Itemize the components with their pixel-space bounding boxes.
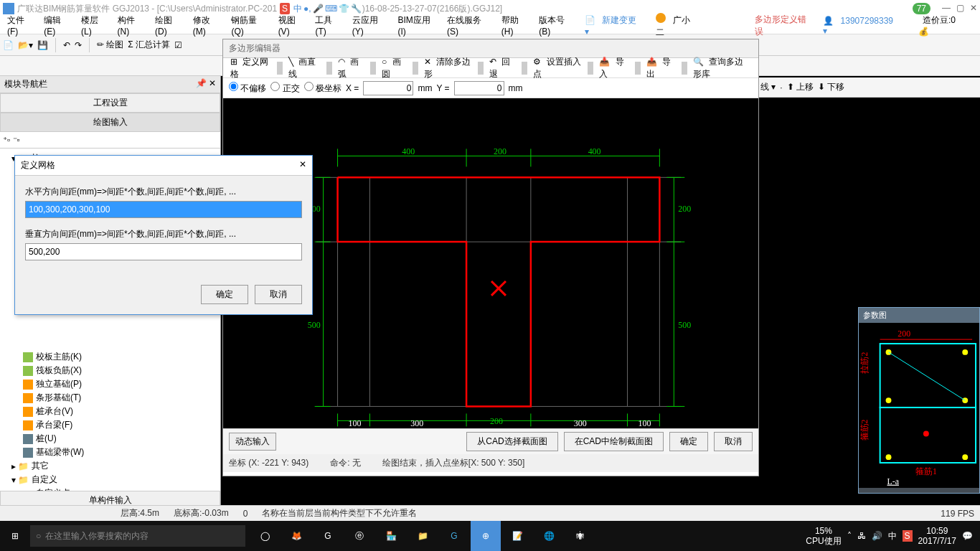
tree-item[interactable]: 承台梁(F) (1, 418, 219, 432)
draw-line-button[interactable]: ╲ 画直线 (286, 55, 324, 82)
tree-item[interactable]: 桩(U) (1, 432, 219, 446)
tree-item[interactable]: 筏板负筋(X) (1, 364, 219, 377)
close-pane-icon[interactable]: ✕ (209, 78, 216, 88)
menu-member[interactable]: 构件(N) (113, 13, 151, 38)
draw-arc-button[interactable]: ◠ 画弧 (335, 55, 367, 82)
task-icon[interactable]: ⓔ (344, 521, 374, 551)
tree-item[interactable]: 基础梁带(W) (1, 446, 219, 459)
dialog-close-icon[interactable]: ✕ (299, 159, 306, 171)
start-button[interactable]: ⊞ (0, 521, 30, 551)
floor-height: 层高:4.5m (121, 507, 159, 519)
tree-item[interactable]: 独立基础(P) (1, 377, 219, 391)
menu-modify[interactable]: 修改(M) (189, 13, 227, 38)
draw-button[interactable]: ✏ 绘图 (97, 39, 123, 51)
task-icon[interactable]: 📝 (502, 521, 532, 551)
menu-edit[interactable]: 编辑(E) (39, 13, 77, 38)
search-box[interactable]: ○ 在这里输入你要搜索的内容 (30, 525, 245, 547)
menu-online[interactable]: 在线服务(S) (443, 13, 497, 38)
notification-icon[interactable]: 💬 (962, 531, 973, 541)
task-icon[interactable]: 🕷 (565, 521, 595, 551)
clear-poly-button[interactable]: ✕ 清除多边形 (421, 55, 475, 82)
back-button[interactable]: ↶ 回退 (486, 55, 519, 82)
sum-button[interactable]: Σ 汇总计算 (128, 39, 170, 51)
menu-bim[interactable]: BIM应用(I) (393, 13, 442, 38)
tree-item[interactable]: 桩承台(V) (1, 405, 219, 418)
expand-icon[interactable]: ⁺▫ (3, 135, 10, 145)
task-icon[interactable]: G (313, 521, 343, 551)
tree-item[interactable]: 条形基础(T) (1, 391, 219, 405)
tab-project-settings[interactable]: 工程设置 (0, 93, 220, 113)
new-change[interactable]: 📄 新建变更 ▾ (580, 13, 651, 38)
task-icon[interactable]: 📁 (407, 521, 438, 551)
save-icon[interactable]: 💾 (37, 40, 48, 50)
menu-floor[interactable]: 楼层(L) (77, 13, 113, 38)
task-icon[interactable]: 🌐 (534, 521, 564, 551)
dou-label[interactable]: 造价豆:0 💰 (914, 13, 977, 38)
menu-version[interactable]: 版本号(B) (534, 13, 580, 38)
user-label[interactable]: 广小二 (651, 11, 707, 40)
menu-tool[interactable]: 工具(T) (311, 13, 347, 38)
poly-cancel-button[interactable]: 取消 (714, 432, 753, 451)
system-tray[interactable]: 15%CPU使用 ˄ 🖧 🔊 中 S 10:592017/7/17 💬 (798, 526, 980, 547)
import-button[interactable]: 📥 导入 (596, 55, 631, 82)
down-btn[interactable]: ⬇ 下移 (818, 81, 844, 93)
menu-help[interactable]: 帮助(H) (497, 13, 535, 38)
svg-text:拉筋2: 拉筋2 (859, 352, 870, 374)
export-button[interactable]: 📤 导出 (644, 55, 679, 82)
menu-cloud[interactable]: 云应用(Y) (348, 13, 394, 38)
group-other[interactable]: ▸ 📁 其它 (1, 459, 219, 473)
x-label: X = (346, 83, 359, 93)
query-lib-button[interactable]: 🔍 查询多边形库 (690, 55, 754, 82)
up-btn[interactable]: ⬆ 上移 (787, 81, 814, 93)
status-draw: 绘图结束，插入点坐标[X: 500 Y: 350] (382, 457, 525, 469)
tray-up-icon[interactable]: ˄ (847, 531, 852, 541)
check-icon[interactable]: ☑ (174, 40, 182, 50)
h-spacing-label: 水平方向间距(mm)=>间距*个数,间距,间距*个数,间距, ... (25, 186, 302, 198)
collapse-icon[interactable]: ⁻▫ (13, 135, 20, 145)
open-icon[interactable]: 📂▾ (18, 40, 33, 50)
dynamic-input-button[interactable]: 动态输入 (229, 433, 276, 451)
insert-point-button[interactable]: ⚙ 设置插入点 (530, 55, 585, 82)
opt-ortho[interactable]: 正交 (270, 82, 299, 95)
tab-draw-input[interactable]: 绘图输入 (0, 113, 220, 132)
y-input[interactable] (454, 81, 504, 95)
poly-ok-button[interactable]: 确定 (669, 432, 708, 451)
clock[interactable]: 10:592017/7/17 (918, 526, 956, 547)
task-icon[interactable]: G (439, 521, 469, 551)
phone-label[interactable]: 👤 13907298339 ▾ (819, 14, 908, 37)
v-spacing-input[interactable] (25, 243, 302, 260)
tray-sogou-icon[interactable]: S (903, 530, 913, 542)
menu-file[interactable]: 文件(F) (3, 13, 39, 38)
pin-icon[interactable]: 📌 (196, 78, 207, 88)
fps-label: 119 FPS (941, 509, 974, 519)
v-spacing-label: 垂直方向间距(mm)=>间距*个数,间距,间距*个数,间距, ... (25, 228, 302, 240)
opt-no-offset[interactable]: 不偏移 (229, 82, 266, 95)
dialog-ok-button[interactable]: 确定 (201, 285, 248, 304)
x-input[interactable] (363, 81, 413, 95)
tree-item[interactable]: 校板主筋(K) (1, 350, 219, 364)
tray-vol-icon[interactable]: 🔊 (872, 531, 882, 541)
task-icon[interactable]: ◯ (250, 521, 280, 551)
task-icon[interactable]: 🦊 (281, 521, 311, 551)
undo-icon[interactable]: ↶ (63, 40, 70, 50)
define-grid-button[interactable]: ⊞ 定义网格 (227, 55, 274, 82)
draw-circle-button[interactable]: ○ 画圆 (379, 55, 410, 82)
line-dd[interactable]: 线 ▾ (760, 81, 776, 93)
dialog-cancel-button[interactable]: 取消 (255, 285, 302, 304)
tray-ime[interactable]: 中 (888, 530, 897, 542)
menu-draw[interactable]: 绘图(D) (151, 13, 189, 38)
poly-status: 坐标 (X: -221 Y: 943) 命令: 无 绘图结束，插入点坐标[X: … (223, 454, 758, 472)
menu-view[interactable]: 视图(V) (274, 13, 311, 38)
redo-icon[interactable]: ↷ (75, 40, 82, 50)
task-icon[interactable]: ⊕ (471, 521, 501, 551)
menu-rebar[interactable]: 钢筋量(Q) (227, 13, 273, 38)
h-spacing-input[interactable] (25, 201, 302, 218)
task-icon[interactable]: 🏪 (376, 521, 406, 551)
new-icon[interactable]: 📄 (3, 40, 14, 50)
group-custom[interactable]: ▾ 📁 自定义 (1, 473, 219, 486)
opt-polar[interactable]: 极坐标 (304, 82, 341, 95)
tray-net-icon[interactable]: 🖧 (857, 531, 866, 541)
parameter-panel[interactable]: 参数图 200 拉筋2 箍筋2 箍筋1 L-a (858, 307, 980, 494)
cad-draw-button[interactable]: 在CAD中绘制截面图 (564, 432, 664, 451)
cad-select-button[interactable]: 从CAD选择截面图 (466, 432, 557, 451)
